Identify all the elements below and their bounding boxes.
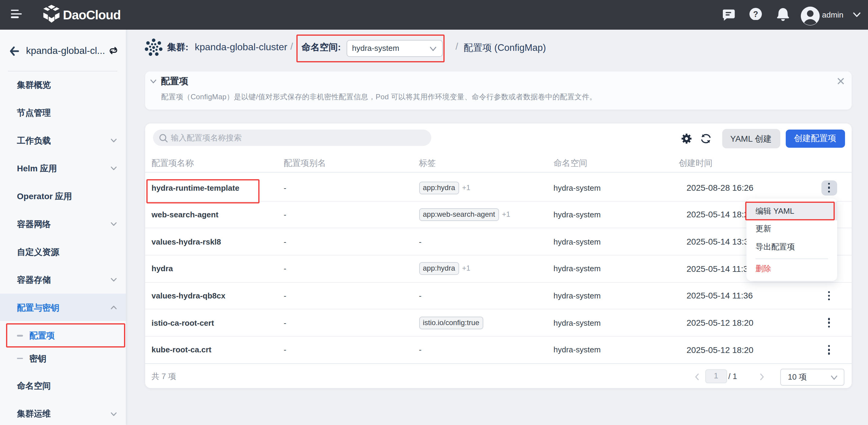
svg-text:?: ?: [753, 9, 758, 19]
